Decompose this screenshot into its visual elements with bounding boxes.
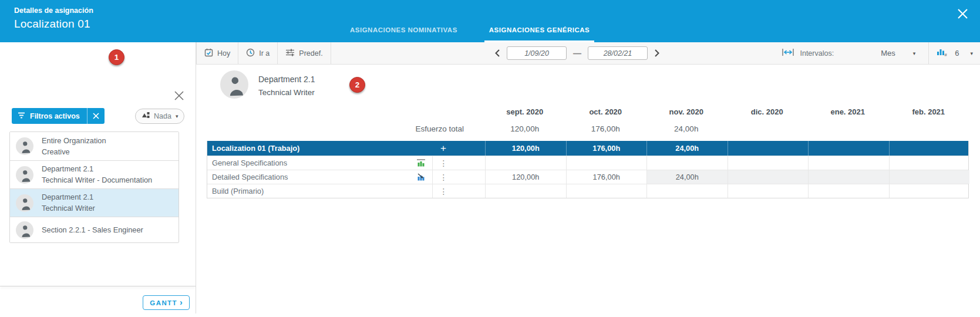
tab-asignaciones-genericas[interactable]: ASIGNACIONES GENÉRICAS	[487, 26, 592, 42]
kebab-menu-icon[interactable]: ⋮	[432, 156, 454, 170]
resource-subtitle: Technical Writer	[42, 204, 95, 213]
page-title: Localization 01	[14, 18, 90, 31]
dialog-eyebrow: Detalles de asignación	[14, 6, 93, 15]
intervals-label: Intervalos:	[800, 49, 834, 58]
effort-cell[interactable]	[889, 156, 970, 170]
effort-cell[interactable]	[728, 170, 809, 184]
date-to-input[interactable]	[588, 46, 648, 60]
project-cell	[728, 141, 809, 156]
resource-title: Section 2.2.1 - Sales Engineer	[42, 225, 143, 235]
effort-cell[interactable]	[889, 184, 970, 198]
interval-unit-value[interactable]: Mes	[881, 49, 895, 58]
presets-label: Predef.	[299, 49, 322, 58]
effort-cell[interactable]	[889, 170, 970, 184]
gantt-button[interactable]: GANTT ›	[143, 295, 190, 310]
chevron-down-icon: ▾	[176, 113, 179, 119]
calendar-today-icon	[204, 48, 213, 59]
month-header: sept. 2020	[484, 105, 565, 118]
effort-cell[interactable]	[485, 156, 566, 170]
project-header-row: Localization 01 (Trabajo) + 120,00h 176,…	[207, 141, 968, 156]
total-effort-label: Esfuerzo total	[207, 122, 484, 136]
callout-badge-2: 2	[349, 77, 365, 93]
project-row-label: Localization 01 (Trabajo)	[207, 141, 432, 156]
resource-list: Entire Organization Creative Department …	[9, 131, 179, 243]
resource-role: Technical Writer	[258, 88, 315, 97]
chevron-left-icon[interactable]	[494, 49, 500, 58]
chevron-right-icon[interactable]	[654, 49, 660, 58]
total-effort-value: 24,00h	[646, 122, 727, 136]
resource-name: Department 2.1	[258, 75, 315, 84]
kebab-menu-icon[interactable]: ⋮	[432, 184, 454, 198]
top-header-bar: Detalles de asignación Localization 01 A…	[0, 0, 980, 42]
project-cell	[889, 141, 970, 156]
goto-date-button[interactable]: Ir a	[238, 42, 277, 64]
effort-cell[interactable]	[808, 170, 889, 184]
date-range-dash: —	[573, 49, 581, 58]
filter-icon	[18, 112, 25, 120]
clear-filters-button[interactable]	[87, 108, 105, 124]
resource-title: Entire Organization	[42, 136, 106, 146]
effort-cell[interactable]: 24,00h	[646, 170, 728, 184]
goto-label: Ir a	[259, 49, 270, 58]
avatar	[16, 166, 33, 184]
resource-title: Department 2.1	[42, 193, 95, 202]
total-effort-value: 176,00h	[565, 122, 646, 136]
assignment-details-dialog: Detalles de asignación Localization 01 A…	[0, 0, 980, 317]
effort-cell[interactable]: 176,00h	[566, 170, 647, 184]
effort-cell[interactable]	[808, 184, 889, 198]
histogram-arrow-icon[interactable]	[410, 170, 432, 184]
histogram-icon[interactable]	[410, 156, 432, 170]
month-header: oct. 2020	[565, 105, 646, 118]
close-icon[interactable]	[955, 6, 969, 21]
svg-text:#: #	[945, 52, 948, 57]
gantt-button-label: GANTT	[150, 299, 177, 306]
task-row: Detailed Specifications ⋮ 120,00h 176,00…	[207, 170, 968, 184]
list-item[interactable]: Department 2.1 Technical Writer - Docume…	[10, 160, 179, 188]
total-effort-value	[727, 122, 808, 136]
effort-cell[interactable]	[485, 184, 566, 198]
tab-asignaciones-nominativas[interactable]: ASIGNACIONES NOMINATIVAS	[348, 26, 460, 42]
group-by-selector[interactable]: Nada ▾	[135, 109, 184, 124]
project-cell: 24,00h	[646, 141, 728, 156]
date-from-input[interactable]	[507, 46, 567, 60]
list-item[interactable]: Section 2.2.1 - Sales Engineer	[10, 217, 179, 242]
effort-cell[interactable]	[728, 184, 809, 198]
group-by-icon	[142, 112, 150, 121]
bar-chart-count-icon: #	[937, 48, 947, 59]
sliders-icon	[285, 49, 295, 58]
task-row: Build (Primario) ⋮	[207, 184, 968, 198]
effort-cell[interactable]	[728, 156, 809, 170]
chevron-down-icon[interactable]: ▾	[913, 50, 916, 56]
resource-avatar	[220, 70, 248, 99]
project-cell	[808, 141, 889, 156]
avatar	[16, 194, 33, 212]
interval-count-value[interactable]: 6	[955, 49, 959, 58]
resource-title: Department 2.1	[42, 164, 152, 174]
sidebar-close-icon[interactable]	[174, 90, 186, 102]
kebab-menu-icon[interactable]: ⋮	[432, 170, 454, 184]
timephased-toolbar: Hoy Ir a Predef. —	[196, 42, 980, 65]
month-header-row: sept. 2020 oct. 2020 nov. 2020 dic. 2020…	[207, 105, 969, 118]
active-filters-button[interactable]: Filtros activos	[12, 108, 105, 124]
resource-subtitle: Technical Writer - Documentation	[42, 176, 152, 185]
presets-button[interactable]: Predef.	[277, 42, 331, 64]
today-button[interactable]: Hoy	[196, 42, 238, 64]
add-task-button[interactable]: +	[432, 141, 454, 156]
effort-cell[interactable]	[808, 156, 889, 170]
effort-cell[interactable]: 120,00h	[485, 170, 566, 184]
list-item-selected[interactable]: Department 2.1 Technical Writer	[10, 188, 179, 217]
chevron-down-icon[interactable]: ▾	[970, 50, 973, 56]
total-effort-row: Esfuerzo total 120,00h 176,00h 24,00h	[207, 122, 969, 136]
effort-cell[interactable]	[566, 184, 647, 198]
group-by-value: Nada	[154, 112, 171, 120]
resource-sidebar: Filtros activos Nada ▾ Entire Organizati…	[0, 42, 196, 286]
today-label: Hoy	[217, 49, 230, 58]
avatar	[16, 137, 33, 155]
effort-cell[interactable]	[646, 184, 728, 198]
effort-cell[interactable]	[566, 156, 647, 170]
task-label: Build (Primario)	[207, 184, 410, 198]
list-item[interactable]: Entire Organization Creative	[10, 132, 179, 160]
active-filters-label-area[interactable]: Filtros activos	[12, 108, 87, 124]
project-cell: 120,00h	[485, 141, 566, 156]
effort-cell[interactable]	[646, 156, 728, 170]
